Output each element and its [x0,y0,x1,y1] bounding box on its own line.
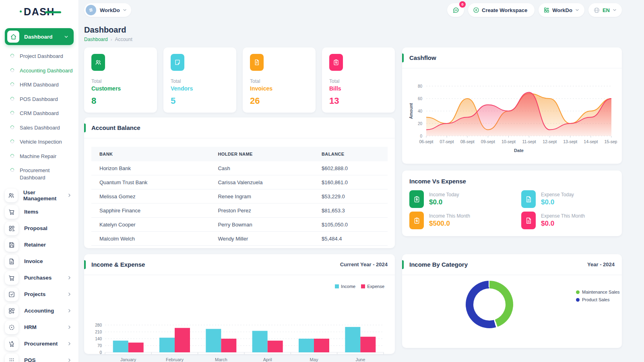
sidebar-item-procurement[interactable]: Procurement [0,335,78,352]
svg-text:210: 210 [95,330,102,334]
svg-text:15-sept: 15-sept [604,139,617,144]
sidebar-item-label: Dashboard [24,34,53,40]
sidebar-item-label: Purchases [24,275,52,281]
table-row[interactable]: Malcolm WelchWendy Miller$5,484.4 [91,232,388,246]
save-icon [5,238,19,252]
workdo-menu-button[interactable]: WorkDo [539,3,584,17]
sidebar-subitem-label: Accounting Dashboard [20,67,73,74]
breadcrumb-separator: › [111,37,112,42]
table-cell: Perry Bowman [210,218,314,232]
sidebar-item-items[interactable]: Items [0,204,78,220]
app-logo[interactable]: DASH [0,0,78,23]
svg-text:06-sept: 06-sept [419,139,433,144]
stat-card-vendors[interactable]: TotalVendors5 [163,47,236,113]
svg-text:May: May [310,357,318,362]
column-header-holder-name: HOLDER NAME [210,147,314,161]
income-expense-bar-chart[interactable]: 070140210280JanuaryFebruaryMarchAprilMay… [89,296,390,362]
bill-icon [409,190,424,208]
table-cell: Horizon Bank [91,161,210,175]
stat-card-invoices[interactable]: TotalInvoices26 [243,47,316,113]
stat-value: 8 [91,96,150,106]
stat-cards-row: TotalCustomers8TotalVendors5TotalInvoice… [84,47,395,111]
breadcrumb: Dashboard › Account [84,37,622,42]
income-by-category-subtitle: Year - 2024 [587,261,615,267]
stat-card-bills[interactable]: TotalBills13 [322,47,395,113]
sidebar-subitem-sales-dashboard[interactable]: Sales Dashboard [0,121,78,135]
bullet-circle-icon [10,82,15,87]
workspace-switcher[interactable]: WorkDo [84,3,131,17]
sidebar-item-accounting[interactable]: Accounting [0,302,78,319]
stat-card-customers[interactable]: TotalCustomers8 [84,47,157,113]
sidebar-subitem-label: Machine Repair [20,153,56,160]
sidebar-item-user-management[interactable]: User Management [0,187,78,204]
chevron-right-icon [67,308,72,313]
sidebar-subitem-machine-repair[interactable]: Machine Repair [0,149,78,164]
sidebar-subitem-accounting-dashboard[interactable]: Accounting Dashboard [0,64,78,78]
table-row[interactable]: Melissa GomezRenee Ingram$53,229.0 [91,189,388,204]
legend-item-income[interactable]: Income [335,284,355,289]
sidebar-subitem-label: POS Dashboard [20,96,58,103]
sidebar-subitem-vehicle-inspection[interactable]: Vehicle Inspection [0,135,78,149]
legend-item-maintenance-sales[interactable]: Maintenance Sales [576,290,620,294]
language-label: EN [603,7,610,13]
sidebar-item-label: Proposal [24,225,47,231]
svg-text:140: 140 [95,337,102,341]
sidebar-subitem-procurement-dashboard[interactable]: Procurement Dashboard [0,163,78,185]
sidebar-item-purchases[interactable]: Purchases [0,269,78,286]
language-selector[interactable]: EN [588,3,622,17]
create-workspace-button[interactable]: Create Workspace [468,3,535,17]
page-title: Dashboard [84,25,622,35]
home-icon [7,31,19,43]
sidebar-subitem-project-dashboard[interactable]: Project Dashboard [0,49,78,64]
expense-bar [360,337,376,352]
cashflow-area-chart[interactable]: 02040608006-sept07-sept08-sept09-sept10-… [408,80,622,165]
svg-text:09-sept: 09-sept [481,139,495,144]
table-row[interactable]: Horizon BankCash$602,888.0 [91,161,388,175]
sidebar: DASH Dashboard Project DashboardAccounti… [0,0,79,362]
sidebar-subitem-label: Vehicle Inspection [20,138,62,146]
legend-item-product-sales[interactable]: Product Sales [576,297,620,302]
legend-item-expense[interactable]: Expense [361,284,384,289]
svg-text:280: 280 [95,323,102,327]
sidebar-subitem-pos-dashboard[interactable]: POS Dashboard [0,92,78,107]
legend-label: Expense [367,284,384,289]
sidebar-item-projects[interactable]: Projects [0,286,78,302]
svg-text:Date: Date [514,148,524,153]
breadcrumb-dashboard[interactable]: Dashboard [84,37,108,42]
sidebar-subitem-hrm-dashboard[interactable]: HRM Dashboard [0,78,78,92]
topbar: WorkDo 0 Create Workspace [84,0,622,20]
account-balance-card: Account Balance BANKHOLDER NAMEBALANCE H… [84,117,395,248]
ive-item-income-this-month: Income This Month$500.0 [409,212,521,229]
table-cell: Melissa Gomez [91,189,210,204]
globe-icon [593,7,600,14]
chevron-right-icon [67,275,72,280]
grid-plus-icon [5,304,19,318]
table-row[interactable]: Sapphire FinancePreston Perez$81,653.3 [91,204,388,218]
table-row[interactable]: Quantum Trust BankCarissa Valenzuela$160… [91,175,388,189]
bill-icon [409,212,424,229]
income-by-category-donut-chart[interactable] [466,281,513,328]
ive-label: Income This Month [429,213,470,219]
legend-label: Maintenance Sales [582,290,620,294]
sidebar-item-invoice[interactable]: Invoice [0,253,78,269]
sidebar-item-proposal[interactable]: Proposal [0,220,78,237]
svg-text:11-sept: 11-sept [522,139,536,144]
sidebar-subitem-crm-dashboard[interactable]: CRM Dashboard [0,106,78,121]
sidebar-item-label: Projects [24,291,45,297]
table-row[interactable]: Katelyn CooperPerry Bowman$105,050.0 [91,218,388,232]
sidebar-item-retainer[interactable]: Retainer [0,237,78,253]
svg-text:12-sept: 12-sept [543,139,557,144]
expense-bar [314,339,329,352]
income-bar [252,331,268,352]
chevron-down-icon [575,8,580,12]
messages-button[interactable]: 0 [447,3,464,17]
target-icon [5,321,19,334]
sidebar-item-dashboard[interactable]: Dashboard [5,28,74,45]
sidebar-item-pos[interactable]: POS [0,352,78,362]
stat-value: 5 [171,96,229,106]
sidebar-item-hrm[interactable]: HRM [0,319,78,335]
svg-text:February: February [166,357,184,362]
sidebar-item-label: Accounting [24,308,54,314]
note-icon [171,54,184,71]
chevron-down-icon [64,34,69,39]
